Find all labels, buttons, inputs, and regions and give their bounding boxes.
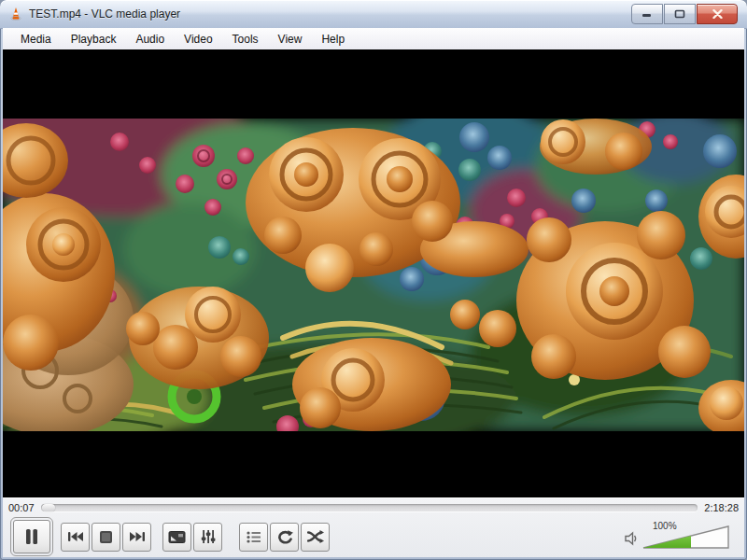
menu-view[interactable]: View	[269, 30, 312, 49]
vlc-window: TEST.mp4 - VLC media player Media Playba…	[0, 0, 747, 560]
menu-video[interactable]: Video	[175, 30, 221, 49]
video-frame	[3, 119, 744, 431]
menu-playback[interactable]: Playback	[62, 30, 126, 49]
previous-icon	[67, 531, 84, 542]
toggle-video-button[interactable]	[162, 523, 191, 552]
minimize-icon	[641, 10, 653, 19]
close-button[interactable]	[697, 4, 738, 24]
volume-area: 100%	[624, 524, 737, 550]
stop-icon	[99, 530, 113, 544]
speaker-icon[interactable]	[624, 531, 640, 546]
random-button[interactable]	[301, 523, 330, 552]
next-button[interactable]	[122, 523, 151, 552]
loop-icon	[276, 529, 293, 544]
next-icon	[129, 531, 146, 542]
menu-media[interactable]: Media	[11, 30, 61, 49]
seek-row: 00:07 2:18:28	[8, 500, 739, 515]
video-content-artwork	[3, 119, 744, 431]
controls-row: 100%	[10, 518, 737, 555]
equalizer-icon	[200, 529, 217, 544]
menu-help[interactable]: Help	[312, 30, 354, 49]
shuffle-icon	[307, 530, 324, 543]
seek-slider[interactable]	[41, 504, 698, 511]
pause-button-focus-ring	[10, 517, 53, 556]
elapsed-time[interactable]: 00:07	[8, 502, 35, 513]
duration-time: 2:18:28	[704, 502, 739, 513]
seek-handle[interactable]	[42, 504, 55, 511]
playlist-icon	[246, 530, 261, 544]
stop-button[interactable]	[92, 523, 120, 552]
menu-audio[interactable]: Audio	[126, 30, 174, 49]
previous-button[interactable]	[61, 523, 90, 552]
extended-settings-button[interactable]	[193, 523, 222, 552]
maximize-button[interactable]	[664, 4, 696, 24]
menu-bar: Media Playback Audio Video Tools View He…	[3, 28, 744, 50]
maximize-icon	[674, 9, 685, 19]
pause-icon	[24, 528, 39, 545]
playlist-button[interactable]	[239, 523, 268, 552]
menu-tools[interactable]: Tools	[223, 30, 268, 49]
control-panel: 00:07 2:18:28	[3, 497, 744, 557]
fullscreen-icon	[168, 530, 186, 544]
title-bar[interactable]: TEST.mp4 - VLC media player	[0, 0, 747, 29]
window-title: TEST.mp4 - VLC media player	[29, 7, 180, 21]
minimize-button[interactable]	[631, 4, 663, 24]
loop-button[interactable]	[270, 523, 299, 552]
window-controls	[630, 4, 738, 24]
vlc-cone-icon[interactable]	[8, 7, 23, 21]
close-icon	[712, 9, 723, 19]
pause-button[interactable]	[13, 520, 50, 553]
video-area[interactable]	[3, 49, 744, 497]
volume-percent-label: 100%	[653, 521, 677, 531]
